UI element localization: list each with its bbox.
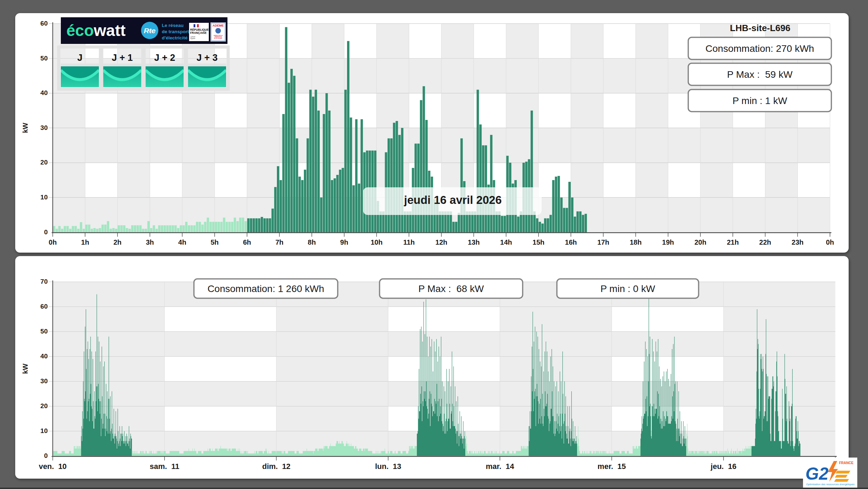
svg-text:11h: 11h	[403, 238, 414, 246]
svg-text:0h: 0h	[49, 238, 57, 246]
svg-text:Consommation: 270 kWh: Consommation: 270 kWh	[706, 43, 814, 54]
svg-text:21h: 21h	[727, 238, 739, 246]
svg-text:19h: 19h	[662, 238, 674, 246]
svg-text:RÉPUBLIQUE: RÉPUBLIQUE	[190, 28, 209, 31]
svg-text:20h: 20h	[694, 238, 706, 246]
svg-text:60: 60	[40, 20, 48, 27]
svg-text:P Max : 59 kW: P Max : 59 kW	[727, 69, 793, 80]
svg-text:ADEME: ADEME	[213, 24, 224, 27]
svg-text:ÉCOLOGIQUE: ÉCOLOGIQUE	[214, 37, 223, 39]
svg-text:d'électricité: d'électricité	[162, 35, 188, 40]
svg-text:J: J	[77, 53, 82, 63]
svg-text:0: 0	[44, 228, 48, 236]
svg-text:23h: 23h	[792, 238, 803, 246]
svg-text:30: 30	[40, 377, 48, 385]
svg-text:ven. 10: ven. 10	[39, 462, 67, 471]
svg-text:5h: 5h	[211, 238, 218, 246]
svg-text:60: 60	[40, 303, 48, 310]
svg-text:0h: 0h	[826, 238, 834, 246]
svg-text:Égalité: Égalité	[190, 37, 195, 39]
svg-text:dim. 12: dim. 12	[262, 462, 290, 471]
svg-text:50: 50	[40, 328, 48, 335]
svg-text:mar. 14: mar. 14	[486, 462, 514, 471]
svg-text:17h: 17h	[597, 238, 609, 246]
svg-text:3h: 3h	[146, 238, 154, 246]
svg-text:kW: kW	[21, 123, 29, 133]
svg-text:7h: 7h	[276, 238, 283, 246]
svg-text:Rte: Rte	[144, 27, 156, 35]
svg-text:écowatt: écowatt	[66, 21, 125, 39]
svg-text:Consommation: 1 260 kWh: Consommation: 1 260 kWh	[207, 283, 324, 294]
svg-text:1h: 1h	[81, 238, 89, 246]
svg-text:mer. 15: mer. 15	[598, 462, 626, 471]
svg-text:9h: 9h	[340, 238, 348, 246]
svg-text:sam. 11: sam. 11	[150, 462, 179, 471]
svg-text:22h: 22h	[759, 238, 771, 246]
svg-text:J + 2: J + 2	[154, 53, 175, 63]
svg-text:LHB-site-L696: LHB-site-L696	[730, 23, 791, 33]
svg-text:jeudi 16 avril 2026: jeudi 16 avril 2026	[404, 194, 502, 206]
svg-text:kW: kW	[21, 364, 29, 374]
svg-text:13h: 13h	[468, 238, 479, 246]
svg-text:de transport: de transport	[162, 29, 189, 34]
svg-text:10h: 10h	[371, 238, 382, 246]
svg-text:14h: 14h	[500, 238, 512, 246]
svg-text:40: 40	[40, 89, 48, 96]
svg-text:16h: 16h	[565, 238, 577, 246]
svg-text:20: 20	[40, 159, 48, 166]
svg-text:6h: 6h	[243, 238, 251, 246]
svg-text:8h: 8h	[308, 238, 316, 246]
svg-text:FRANCE: FRANCE	[839, 461, 853, 465]
svg-text:P min : 0 kW: P min : 0 kW	[600, 283, 655, 294]
svg-text:18h: 18h	[630, 238, 642, 246]
svg-text:P Max : 68 kW: P Max : 68 kW	[418, 283, 484, 294]
svg-text:10: 10	[40, 427, 48, 434]
svg-text:30: 30	[40, 124, 48, 131]
svg-text:10: 10	[40, 194, 48, 201]
svg-text:Le réseau: Le réseau	[162, 23, 184, 28]
svg-text:20: 20	[40, 402, 48, 410]
svg-text:G2: G2	[805, 464, 829, 483]
svg-text:50: 50	[40, 55, 48, 62]
svg-text:40: 40	[40, 352, 48, 360]
svg-text:J + 3: J + 3	[197, 53, 218, 63]
svg-text:2h: 2h	[113, 238, 121, 246]
svg-text:lun. 13: lun. 13	[375, 462, 401, 471]
svg-text:4h: 4h	[178, 238, 186, 246]
svg-text:P min : 1 kW: P min : 1 kW	[732, 95, 787, 106]
svg-text:0: 0	[44, 452, 48, 459]
svg-text:J + 1: J + 1	[112, 53, 133, 63]
svg-text:jeu. 16: jeu. 16	[710, 462, 737, 471]
svg-text:12h: 12h	[436, 238, 447, 246]
svg-text:Optimisation des ressources én: Optimisation des ressources énergétiques	[806, 483, 855, 486]
svg-text:FRANÇAISE: FRANÇAISE	[190, 31, 207, 35]
svg-text:70: 70	[40, 278, 48, 285]
svg-text:15h: 15h	[533, 238, 544, 246]
